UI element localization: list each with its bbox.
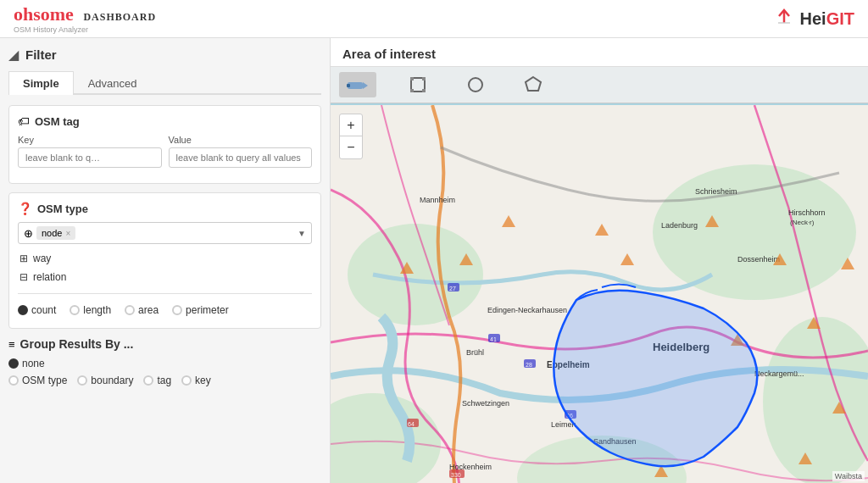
svg-point-14 xyxy=(653,164,856,300)
boundary-radio-dot xyxy=(77,375,87,386)
value-field-group: Value xyxy=(169,135,313,168)
logo-area: ohsome DASHBOARD OSM History Analyzer xyxy=(14,3,156,34)
area-radio-dot xyxy=(125,305,135,315)
perimeter-radio-dot xyxy=(172,305,182,315)
svg-text:Brühl: Brühl xyxy=(466,348,484,357)
group-boundary[interactable]: boundary xyxy=(77,375,133,386)
draw-polygon-tool[interactable] xyxy=(517,72,549,97)
none-label: none xyxy=(22,358,45,369)
svg-rect-7 xyxy=(410,89,414,92)
svg-text:64: 64 xyxy=(408,421,415,427)
group-tag-label: tag xyxy=(157,375,171,386)
group-results-header: ≡ Group Results By ... xyxy=(8,337,321,351)
key-field-group: Key xyxy=(18,135,162,168)
map-title: Area of interest xyxy=(331,38,868,67)
ohsome-logo: ohsome DASHBOARD OSM History Analyzer xyxy=(14,3,156,34)
none-radio-dot xyxy=(8,358,19,369)
svg-text:Schwetzingen: Schwetzingen xyxy=(462,399,509,408)
draw-line-tool[interactable] xyxy=(339,72,376,97)
tag-icon: 🏷 xyxy=(18,114,30,128)
svg-point-9 xyxy=(469,78,482,92)
osm-type-relation[interactable]: ⊟ relation xyxy=(18,268,312,286)
draw-circle-tool[interactable] xyxy=(459,72,492,97)
svg-text:Edingen-Neckarhausen: Edingen-Neckarhausen xyxy=(487,306,567,314)
group-osm-type-label: OSM type xyxy=(22,375,67,386)
svg-rect-5 xyxy=(410,77,414,80)
svg-marker-2 xyxy=(363,82,368,89)
tab-simple[interactable]: Simple xyxy=(8,71,74,95)
draw-polygon-icon xyxy=(524,75,542,94)
divider xyxy=(18,293,312,294)
key-label: Key xyxy=(18,135,162,145)
group-options-row: OSM type boundary tag key xyxy=(8,375,321,386)
group-key[interactable]: key xyxy=(181,375,211,386)
map-toolbar xyxy=(331,67,868,103)
logo-subtitle: OSM History Analyzer xyxy=(14,25,156,34)
svg-rect-3 xyxy=(347,84,350,87)
svg-text:Mannheim: Mannheim xyxy=(420,196,455,204)
node-chip: node × xyxy=(36,226,75,240)
osm-type-section: ❓ OSM type ⊕ node × ▼ ⊞ way xyxy=(8,192,321,329)
dropdown-arrow-icon: ▼ xyxy=(298,229,306,238)
help-icon: ❓ xyxy=(18,202,32,215)
group-key-label: key xyxy=(195,375,211,386)
group-results-title: Group Results By ... xyxy=(20,337,134,351)
sidebar: ◢ Filter Simple Advanced 🏷 OSM tag Key V… xyxy=(0,38,331,483)
zoom-controls: + − xyxy=(339,114,363,159)
svg-rect-6 xyxy=(422,77,426,80)
osm-tag-title: OSM tag xyxy=(35,115,80,128)
perimeter-label: perimeter xyxy=(186,304,229,316)
osm-tag-header: 🏷 OSM tag xyxy=(18,114,312,128)
tab-bar: Simple Advanced xyxy=(8,71,321,95)
heigit-icon xyxy=(771,6,797,31)
draw-line-icon xyxy=(346,75,370,94)
measure-area[interactable]: area xyxy=(125,304,159,316)
svg-text:Dossenheim: Dossenheim xyxy=(737,255,780,264)
osm-type-title: OSM type xyxy=(37,203,88,215)
list-icon: ≡ xyxy=(8,338,15,351)
group-none-row: none xyxy=(8,358,321,369)
map-container[interactable]: + − xyxy=(331,67,868,483)
svg-text:Neckargemü...: Neckargemü... xyxy=(754,369,804,378)
osm-tag-section: 🏷 OSM tag Key Value xyxy=(8,105,321,184)
measure-perimeter[interactable]: perimeter xyxy=(172,304,229,316)
measure-count[interactable]: count xyxy=(18,304,56,316)
group-osm-type[interactable]: OSM type xyxy=(8,375,67,386)
value-input[interactable] xyxy=(169,147,313,168)
svg-text:Ladenburg: Ladenburg xyxy=(661,221,698,230)
group-tag[interactable]: tag xyxy=(143,375,171,386)
zoom-in-button[interactable]: + xyxy=(340,114,362,136)
svg-text:Schriesheim: Schriesheim xyxy=(695,187,737,196)
svg-point-13 xyxy=(348,224,483,325)
osm-type-selected: ⊕ node × ▼ xyxy=(24,226,306,240)
length-radio-dot xyxy=(70,305,80,315)
tab-advanced[interactable]: Advanced xyxy=(74,71,152,95)
map-attribution: Waibsta xyxy=(832,471,865,481)
zoom-out-button[interactable]: − xyxy=(340,136,362,158)
count-label: count xyxy=(31,304,56,316)
svg-text:41: 41 xyxy=(490,336,497,342)
group-none[interactable]: none xyxy=(8,358,45,369)
draw-rect-tool[interactable] xyxy=(402,72,434,97)
tag-fields: Key Value xyxy=(18,135,312,168)
filter-header: ◢ Filter xyxy=(8,47,321,63)
measure-length[interactable]: length xyxy=(70,304,111,316)
group-boundary-label: boundary xyxy=(91,375,133,386)
filter-title: Filter xyxy=(25,47,57,62)
osm-type-dropdown[interactable]: ⊕ node × ▼ xyxy=(18,222,312,244)
measure-radio-group: count length area perimeter xyxy=(18,301,312,319)
osm-type-list: ⊞ way ⊟ relation xyxy=(18,249,312,286)
svg-rect-8 xyxy=(422,89,426,92)
tag-radio-dot xyxy=(143,375,153,386)
map-area: Area of interest xyxy=(331,38,868,483)
remove-node[interactable]: × xyxy=(65,229,70,238)
osm-type-way[interactable]: ⊞ way xyxy=(18,249,312,268)
key-input[interactable] xyxy=(18,147,162,168)
svg-text:28: 28 xyxy=(526,362,532,368)
svg-text:Hirschhorn: Hirschhorn xyxy=(788,208,826,217)
osm-type-header: ❓ OSM type xyxy=(18,202,312,215)
group-results-section: ≡ Group Results By ... none OSM type bou… xyxy=(8,337,321,386)
filter-icon: ◢ xyxy=(8,47,19,63)
osm-type-radio-dot xyxy=(8,375,19,386)
area-label: area xyxy=(138,304,159,316)
